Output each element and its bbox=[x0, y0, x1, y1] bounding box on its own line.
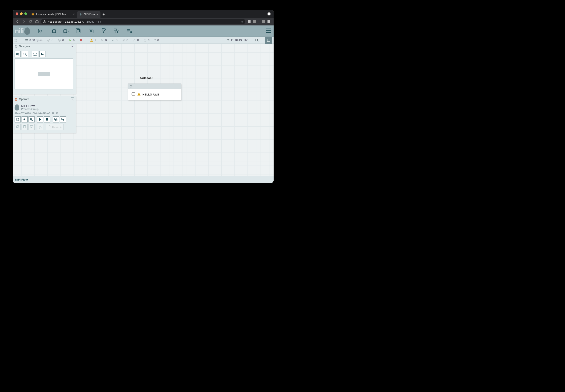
zoom-out-button[interactable] bbox=[22, 51, 28, 57]
flow-canvas[interactable]: tadaaaa! HELLO AWS Navigate – bbox=[13, 44, 274, 176]
minimize-window-icon[interactable] bbox=[20, 12, 23, 15]
svg-rect-10 bbox=[114, 29, 116, 31]
svg-rect-14 bbox=[14, 41, 15, 41]
stat-transmitting: 0 bbox=[47, 39, 53, 42]
nifi-drop-icon bbox=[24, 28, 30, 35]
process-group-icon bbox=[14, 104, 19, 111]
url-path: /nifi/ bbox=[96, 20, 101, 23]
paste-button bbox=[22, 124, 28, 130]
hand-icon bbox=[14, 98, 18, 101]
input-port-component[interactable]: HELLO AWS bbox=[128, 84, 181, 100]
stat-running: 0 bbox=[69, 39, 75, 42]
disable-button[interactable] bbox=[28, 116, 35, 123]
nifi-favicon-icon bbox=[79, 13, 82, 16]
url-host: 18.135.105.177 bbox=[65, 20, 84, 23]
create-template-button[interactable] bbox=[53, 116, 59, 123]
add-template-button[interactable] bbox=[113, 28, 120, 34]
bookmark-star-icon[interactable]: ☆ bbox=[241, 20, 243, 23]
stat-up-to-date: 0 bbox=[111, 39, 117, 42]
add-funnel-button[interactable] bbox=[100, 28, 107, 34]
component-name: HELLO AWS bbox=[142, 93, 159, 96]
profile-icon[interactable] bbox=[267, 12, 271, 15]
browser-tab-strip: Instance details | EC2 Manager × NiFi Fl… bbox=[13, 10, 274, 18]
stop-button[interactable] bbox=[44, 116, 50, 123]
add-output-port-button[interactable] bbox=[63, 28, 69, 34]
svg-rect-36 bbox=[24, 125, 25, 126]
svg-rect-12 bbox=[14, 39, 15, 40]
enable-button[interactable] bbox=[22, 116, 28, 123]
birdseye-view[interactable] bbox=[14, 58, 73, 89]
flow-type: Process Group bbox=[21, 108, 39, 111]
breadcrumb-bar[interactable]: NiFi Flow bbox=[13, 176, 274, 183]
svg-rect-38 bbox=[31, 126, 32, 127]
add-process-group-button[interactable] bbox=[75, 28, 82, 34]
new-tab-button[interactable]: + bbox=[100, 12, 107, 18]
close-tab-icon[interactable]: × bbox=[73, 13, 75, 16]
navigate-panel: Navigate – bbox=[13, 44, 76, 94]
search-button[interactable] bbox=[253, 37, 260, 44]
stat-last-refreshed: 11:18:49 UTC bbox=[226, 39, 248, 42]
aws-favicon-icon bbox=[31, 13, 34, 16]
forward-button[interactable] bbox=[21, 19, 27, 24]
not-secure-icon bbox=[43, 20, 46, 23]
reload-button[interactable] bbox=[28, 19, 33, 24]
extension-icons[interactable] bbox=[247, 20, 271, 23]
color-button bbox=[37, 124, 43, 130]
bulletin-board-button[interactable] bbox=[265, 37, 272, 44]
navigate-title: Navigate bbox=[19, 45, 30, 48]
upload-template-button[interactable] bbox=[60, 116, 66, 123]
flow-uuid: 87afa787-0178-1000-1efa-f11aa5149141 bbox=[14, 112, 74, 115]
canvas-label[interactable]: tadaaaa! bbox=[140, 76, 153, 80]
zoom-in-button[interactable] bbox=[14, 51, 21, 57]
browser-tab-ec2[interactable]: Instance details | EC2 Manager × bbox=[29, 11, 77, 18]
warning-icon bbox=[137, 92, 141, 97]
svg-point-9 bbox=[104, 28, 105, 29]
breadcrumb-root[interactable]: NiFi Flow bbox=[15, 178, 28, 181]
stat-unknown: ?0 bbox=[154, 39, 159, 42]
birdseye-component bbox=[38, 72, 50, 76]
add-processor-button[interactable] bbox=[37, 28, 44, 34]
browser-tab-nifi[interactable]: NiFi Flow × bbox=[77, 11, 100, 18]
svg-point-7 bbox=[102, 28, 103, 29]
group-button bbox=[28, 124, 35, 130]
back-button[interactable] bbox=[15, 19, 20, 24]
configure-button[interactable] bbox=[14, 116, 21, 123]
not-transmitting-icon bbox=[129, 85, 132, 88]
close-tab-icon[interactable]: × bbox=[96, 13, 98, 16]
input-port-icon bbox=[130, 91, 136, 98]
global-menu-button[interactable] bbox=[265, 28, 271, 34]
url-port: :18080 bbox=[86, 20, 95, 23]
url-field[interactable]: Not Secure | 18.135.105.177:18080/nifi/ … bbox=[41, 19, 245, 24]
add-remote-process-group-button[interactable] bbox=[88, 28, 94, 34]
operate-title: Operate bbox=[19, 98, 29, 101]
app-window: Instance details | EC2 Manager × NiFi Fl… bbox=[13, 10, 274, 183]
delete-button: DELETE bbox=[46, 124, 64, 130]
zoom-actual-button[interactable] bbox=[39, 51, 45, 57]
compass-icon bbox=[14, 45, 18, 48]
add-label-button[interactable] bbox=[126, 28, 132, 34]
stat-sync-failure: 0 bbox=[144, 39, 149, 42]
svg-point-17 bbox=[48, 40, 49, 41]
operate-panel: Operate – NiFi Flow Process Group 87afa7… bbox=[13, 96, 76, 133]
browser-address-bar: Not Secure | 18.135.105.177:18080/nifi/ … bbox=[13, 18, 274, 26]
svg-rect-19 bbox=[80, 39, 82, 41]
tab-label: Instance details | EC2 Manager bbox=[36, 13, 71, 16]
close-window-icon[interactable] bbox=[16, 12, 18, 15]
collapse-panel-button[interactable]: – bbox=[71, 98, 74, 101]
svg-rect-22 bbox=[267, 39, 270, 42]
zoom-fit-button[interactable] bbox=[32, 51, 38, 57]
stat-disabled: 0 bbox=[101, 39, 107, 42]
collapse-panel-button[interactable]: – bbox=[71, 45, 74, 48]
window-controls[interactable] bbox=[16, 12, 27, 15]
home-button[interactable] bbox=[34, 19, 40, 24]
maximize-window-icon[interactable] bbox=[24, 12, 27, 15]
stat-stopped: 0 bbox=[79, 39, 85, 42]
svg-rect-15 bbox=[16, 41, 17, 41]
add-input-port-button[interactable] bbox=[50, 28, 56, 34]
stat-queued: 0 / 0 bytes bbox=[25, 39, 42, 42]
svg-rect-1 bbox=[38, 29, 43, 33]
svg-rect-3 bbox=[64, 29, 67, 33]
start-button[interactable] bbox=[37, 116, 43, 123]
svg-point-8 bbox=[103, 28, 104, 29]
flow-name: NiFi Flow bbox=[21, 104, 39, 108]
